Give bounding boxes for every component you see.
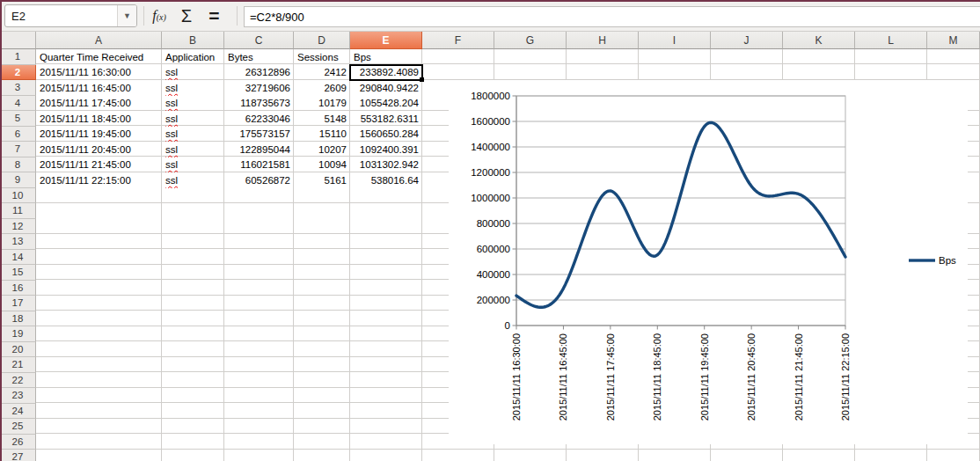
cell-C1[interactable]: Bytes bbox=[224, 49, 294, 65]
row-header-5[interactable]: 5 bbox=[0, 111, 36, 127]
row-header-27[interactable]: 27 bbox=[0, 450, 36, 461]
cell-A3[interactable]: 2015/11/11 16:45:00 bbox=[36, 80, 162, 96]
cell-A8[interactable]: 2015/11/11 21:45:00 bbox=[36, 157, 162, 173]
column-header-H[interactable]: H bbox=[567, 32, 639, 49]
row-header-3[interactable]: 3 bbox=[0, 80, 36, 96]
row-header-22[interactable]: 22 bbox=[0, 373, 36, 389]
cell-E7[interactable]: 1092400.391 bbox=[350, 142, 422, 157]
cell-A1[interactable]: Quarter Time Received bbox=[36, 49, 162, 65]
chart-object[interactable]: 0200000400000600000800000100000012000001… bbox=[449, 80, 968, 444]
row-header-20[interactable]: 20 bbox=[0, 342, 36, 358]
cell-text: 10094 bbox=[318, 159, 347, 170]
cell-B8[interactable]: ssl bbox=[162, 157, 224, 173]
cell-text: Application bbox=[165, 52, 215, 62]
function-wizard-button[interactable]: f(x) bbox=[147, 4, 172, 27]
row-header-23[interactable]: 23 bbox=[0, 388, 36, 404]
row-header-14[interactable]: 14 bbox=[0, 250, 36, 266]
row-header-25[interactable]: 25 bbox=[0, 419, 36, 435]
formula-input[interactable]: =C2*8/900 bbox=[244, 6, 980, 27]
cell-C6[interactable]: 175573157 bbox=[224, 127, 294, 143]
cell-A7[interactable]: 2015/11/11 20:45:00 bbox=[36, 142, 162, 157]
cell-B9[interactable]: ssl bbox=[162, 172, 224, 188]
column-header-A[interactable]: A bbox=[36, 32, 162, 49]
sum-button[interactable]: Σ bbox=[174, 4, 199, 27]
cell-D7[interactable]: 10207 bbox=[294, 142, 350, 157]
cell-E8[interactable]: 1031302.942 bbox=[350, 157, 422, 173]
cell-C9[interactable]: 60526872 bbox=[224, 172, 294, 188]
cell-C5[interactable]: 62233046 bbox=[224, 111, 294, 127]
row-header-1[interactable]: 1 bbox=[0, 49, 36, 65]
column-header-E[interactable]: E bbox=[350, 32, 422, 49]
cell-C3[interactable]: 32719606 bbox=[224, 80, 294, 96]
column-header-L[interactable]: L bbox=[855, 32, 927, 49]
cell-D3[interactable]: 2609 bbox=[294, 80, 350, 96]
cell-E6[interactable]: 1560650.284 bbox=[350, 127, 422, 143]
select-all-corner[interactable] bbox=[0, 32, 36, 49]
row-header-9[interactable]: 9 bbox=[0, 172, 36, 188]
row-header-15[interactable]: 15 bbox=[0, 265, 36, 281]
column-header-D[interactable]: D bbox=[294, 32, 350, 49]
cell-A2[interactable]: 2015/11/11 16:30:00 bbox=[36, 65, 162, 81]
cell-A5[interactable]: 2015/11/11 18:45:00 bbox=[36, 111, 162, 127]
row-header-2[interactable]: 2 bbox=[0, 65, 36, 81]
cell-reference-value[interactable]: E2 bbox=[5, 10, 117, 23]
cell-E4[interactable]: 1055428.204 bbox=[350, 96, 422, 112]
column-header-C[interactable]: C bbox=[224, 32, 294, 49]
cell-D2[interactable]: 2412 bbox=[294, 65, 350, 81]
row-header-17[interactable]: 17 bbox=[0, 296, 36, 311]
row-header-11[interactable]: 11 bbox=[0, 203, 36, 219]
row-header-19[interactable]: 19 bbox=[0, 326, 36, 342]
window-border-top bbox=[0, 0, 980, 2]
column-header-J[interactable]: J bbox=[711, 32, 783, 49]
row-header-13[interactable]: 13 bbox=[0, 234, 36, 250]
cell-B4[interactable]: ssl bbox=[162, 96, 224, 112]
cell-A4[interactable]: 2015/11/11 17:45:00 bbox=[36, 96, 162, 112]
row-header-4[interactable]: 4 bbox=[0, 96, 36, 112]
column-header-B[interactable]: B bbox=[162, 32, 224, 49]
column-header-K[interactable]: K bbox=[783, 32, 855, 49]
cell-C7[interactable]: 122895044 bbox=[224, 142, 294, 157]
cell-B7[interactable]: ssl bbox=[162, 142, 224, 157]
row-header-10[interactable]: 10 bbox=[0, 188, 36, 204]
cell-C8[interactable]: 116021581 bbox=[224, 157, 294, 173]
column-header-M[interactable]: M bbox=[927, 32, 980, 49]
row-header-24[interactable]: 24 bbox=[0, 404, 36, 420]
cell-D6[interactable]: 15110 bbox=[294, 127, 350, 143]
cell-A6[interactable]: 2015/11/11 19:45:00 bbox=[36, 127, 162, 143]
chart-series-line-bps[interactable] bbox=[516, 122, 845, 307]
cell-B5[interactable]: ssl bbox=[162, 111, 224, 127]
row-header-12[interactable]: 12 bbox=[0, 219, 36, 235]
cell-B1[interactable]: Application bbox=[162, 49, 224, 65]
fill-handle[interactable] bbox=[420, 77, 424, 82]
cell-D1[interactable]: Sessions bbox=[294, 49, 350, 65]
cell-E5[interactable]: 553182.6311 bbox=[350, 111, 422, 127]
column-header-G[interactable]: G bbox=[494, 32, 567, 49]
cell-D9[interactable]: 5161 bbox=[294, 172, 350, 188]
cell-D4[interactable]: 10179 bbox=[294, 96, 350, 112]
cell-E9[interactable]: 538016.64 bbox=[350, 172, 422, 188]
cell-D5[interactable]: 5148 bbox=[294, 111, 350, 127]
selected-cell-outline[interactable] bbox=[349, 64, 423, 82]
formula-button[interactable]: = bbox=[201, 4, 226, 27]
cell-C4[interactable]: 118735673 bbox=[224, 96, 294, 112]
cell-reference-box[interactable]: E2 ▼ bbox=[4, 4, 137, 27]
cell-B2[interactable]: ssl bbox=[162, 65, 224, 81]
cell-D8[interactable]: 10094 bbox=[294, 157, 350, 173]
cell-E3[interactable]: 290840.9422 bbox=[350, 80, 422, 96]
row-header-7[interactable]: 7 bbox=[0, 142, 36, 157]
row-header-21[interactable]: 21 bbox=[0, 357, 36, 373]
cell-E1[interactable]: Bps bbox=[350, 49, 422, 65]
row-header-8[interactable]: 8 bbox=[0, 157, 36, 173]
row-header-6[interactable]: 6 bbox=[0, 127, 36, 143]
row-header-16[interactable]: 16 bbox=[0, 281, 36, 296]
cell-B3[interactable]: ssl bbox=[162, 80, 224, 96]
y-axis-label: 1600000 bbox=[471, 116, 510, 127]
cell-C2[interactable]: 26312896 bbox=[224, 65, 294, 81]
column-header-I[interactable]: I bbox=[639, 32, 711, 49]
cell-A9[interactable]: 2015/11/11 22:15:00 bbox=[36, 172, 162, 188]
cell-B6[interactable]: ssl bbox=[162, 127, 224, 143]
row-header-26[interactable]: 26 bbox=[0, 435, 36, 450]
column-header-F[interactable]: F bbox=[422, 32, 494, 49]
name-box-dropdown-button[interactable]: ▼ bbox=[117, 5, 136, 26]
row-header-18[interactable]: 18 bbox=[0, 311, 36, 327]
